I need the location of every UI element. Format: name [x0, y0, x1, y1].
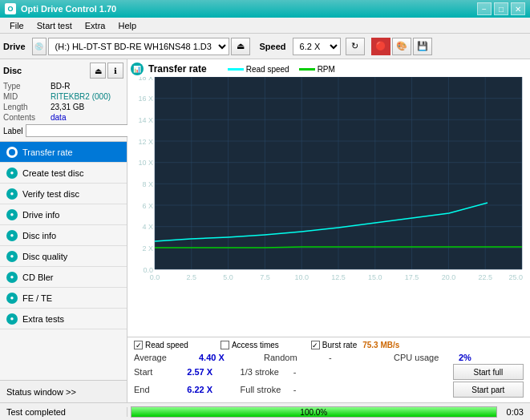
disc-label-input[interactable] [26, 124, 129, 137]
nav-create-test-disc[interactable]: ● Create test disc [0, 163, 127, 184]
save-button[interactable]: 💾 [413, 38, 432, 55]
start-full-button[interactable]: Start full [453, 364, 524, 380]
svg-text:6 X: 6 X [142, 202, 153, 210]
nav-drive-info[interactable]: ● Drive info [0, 204, 127, 225]
nav-cd-bler[interactable]: ● CD Bler [0, 267, 127, 288]
time-text: 0:03 [500, 407, 530, 417]
svg-text:12.5: 12.5 [331, 273, 346, 281]
access-times-checkbox-group: Access times [220, 341, 279, 349]
drive-info-icon: ● [6, 209, 18, 220]
nav-transfer-rate[interactable]: Transfer rate [0, 142, 127, 163]
start-value: 2.57 X [187, 367, 240, 377]
drive-select[interactable]: (H:) HL-DT-ST BD-RE WH16NS48 1.D3 [48, 38, 229, 55]
random-value: - [329, 353, 394, 362]
speed-select[interactable]: 6.2 X [293, 38, 341, 55]
menu-file[interactable]: File [3, 19, 30, 32]
random-label: Random [264, 353, 329, 362]
chart-title: Transfer rate [148, 63, 207, 75]
extra-tests-icon: ● [6, 313, 18, 325]
read-speed-checkbox-group: Read speed [134, 341, 188, 349]
disc-quality-icon: ● [6, 251, 18, 262]
start-label: Start [134, 367, 187, 377]
disc-eject-button[interactable]: ⏏ [90, 63, 106, 79]
create-test-disc-icon: ● [6, 168, 18, 179]
svg-text:25.0 GB: 25.0 GB [508, 273, 524, 281]
avg-value: 4.40 X [199, 353, 264, 362]
menu-start-test[interactable]: Start test [30, 19, 79, 32]
status-text: Test completed [0, 407, 127, 417]
menu-bar: File Start test Extra Help [0, 18, 530, 34]
main-content: Disc ⏏ ℹ Type BD-R MID RITEKBR2 (000) [0, 59, 530, 402]
rpm-legend-color [299, 68, 315, 71]
stats-row-2: End 6.22 X Full stroke - Start part [134, 382, 524, 398]
svg-text:2.5: 2.5 [187, 273, 197, 281]
svg-text:20.0: 20.0 [442, 273, 456, 281]
progress-container: 100.0% [127, 403, 500, 420]
progress-bar-bg: 100.0% [131, 406, 497, 418]
nav-transfer-rate-label: Transfer rate [22, 147, 73, 157]
chart-title-icon: 📊 [131, 63, 144, 75]
nav-extra-tests-label: Extra tests [22, 314, 64, 324]
read-speed-checkbox-label: Read speed [145, 341, 188, 349]
disc-info-button[interactable]: ℹ [107, 63, 123, 79]
verify-test-disc-icon: ● [6, 188, 18, 200]
svg-text:17.5: 17.5 [405, 273, 419, 281]
burst-rate-value: 75.3 MB/s [362, 341, 399, 349]
disc-label-label: Label [3, 127, 22, 135]
nav-extra-tests[interactable]: ● Extra tests [0, 309, 127, 329]
minimize-button[interactable]: − [477, 2, 492, 15]
burst-rate-checkbox[interactable] [311, 341, 320, 349]
refresh-button[interactable]: ↻ [346, 38, 365, 55]
menu-help[interactable]: Help [111, 19, 143, 32]
nav-list: Transfer rate ● Create test disc ● Verif… [0, 142, 127, 329]
end-label: End [134, 385, 187, 394]
toolbar: Drive 💿 (H:) HL-DT-ST BD-RE WH16NS48 1.D… [0, 34, 530, 59]
drive-label: Drive [3, 42, 26, 51]
settings-button[interactable]: 🔴 [371, 38, 390, 55]
svg-text:16 X: 16 X [138, 95, 153, 103]
svg-text:18 X: 18 X [138, 77, 153, 82]
theme-button[interactable]: 🎨 [392, 38, 411, 55]
cd-bler-icon: ● [6, 272, 18, 283]
nav-verify-test-disc[interactable]: ● Verify test disc [0, 184, 127, 204]
svg-text:2 X: 2 X [142, 244, 153, 252]
title-bar: O Opti Drive Control 1.70 − □ ✕ [0, 0, 530, 18]
disc-mid-label: MID [3, 92, 47, 101]
nav-cd-bler-label: CD Bler [22, 273, 54, 282]
access-times-checkbox-label: Access times [232, 341, 279, 349]
stroke13-value: - [293, 367, 346, 377]
nav-fe-te[interactable]: ● FE / TE [0, 288, 127, 309]
start-part-button[interactable]: Start part [453, 382, 524, 398]
svg-text:15.0: 15.0 [368, 273, 382, 281]
svg-text:12 X: 12 X [138, 138, 153, 146]
cpu-value: 2% [459, 353, 524, 362]
nav-create-test-disc-label: Create test disc [22, 168, 83, 178]
avg-label: Average [134, 353, 199, 362]
nav-verify-test-disc-label: Verify test disc [22, 189, 79, 199]
nav-disc-quality-label: Disc quality [22, 252, 67, 261]
status-bar: Test completed 100.0% 0:03 [0, 402, 530, 420]
full-stroke-label: Full stroke [241, 385, 293, 394]
disc-mid-value: RITEKBR2 (000) [51, 92, 111, 101]
burst-rate-checkbox-group: Burst rate 75.3 MB/s [311, 341, 400, 349]
nav-fe-te-label: FE / TE [22, 293, 52, 303]
transfer-rate-icon [6, 147, 18, 158]
end-value: 6.22 X [187, 385, 240, 394]
burst-rate-checkbox-label: Burst rate [322, 341, 357, 349]
stats-row-1: Start 2.57 X 1/3 stroke - Start full [134, 364, 524, 380]
status-window-button[interactable]: Status window >> [0, 380, 127, 402]
disc-section-title: Disc [3, 66, 22, 75]
nav-disc-info[interactable]: ● Disc info [0, 225, 127, 246]
menu-extra[interactable]: Extra [79, 19, 112, 32]
maximize-button[interactable]: □ [494, 2, 508, 15]
access-times-checkbox[interactable] [220, 341, 229, 349]
rpm-legend-label: RPM [318, 65, 335, 74]
nav-disc-quality[interactable]: ● Disc quality [0, 246, 127, 267]
eject-button[interactable]: ⏏ [231, 38, 250, 55]
progress-text: 100.0% [131, 407, 496, 418]
svg-text:7.5: 7.5 [260, 273, 270, 281]
chart-legend: Read speed RPM [228, 65, 335, 74]
close-button[interactable]: ✕ [511, 2, 525, 15]
svg-text:10.0: 10.0 [294, 273, 309, 281]
read-speed-checkbox[interactable] [134, 341, 143, 349]
